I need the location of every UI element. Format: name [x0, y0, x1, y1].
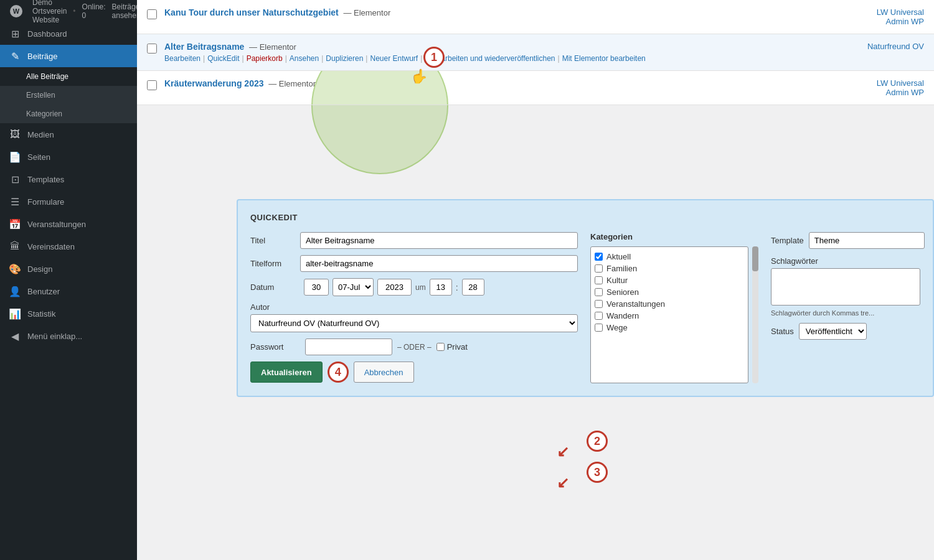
cat-checkbox-kultur[interactable] [595, 276, 603, 284]
step-1-circle: 1 [423, 47, 445, 68]
quickedit-right: Template Schlagwörter Schlagwörter durch… [771, 232, 920, 383]
post-title-kanu[interactable]: Kanu Tour durch unser Naturschutzgebiet [164, 7, 339, 17]
quickedit-panel: QUICKEDIT Titel 2 ↙ [237, 199, 934, 397]
aktualisieren-button[interactable]: Aktualisieren [250, 362, 323, 383]
sidebar-item-dashboard[interactable]: ⊞ Dashboard [0, 22, 137, 45]
author-name: LW UniversalAdmin WP [877, 7, 924, 26]
post-list: Kanu Tour durch unser Naturschutzgebiet … [137, 0, 934, 105]
passwort-row: Passwort – ODER – Privat [250, 338, 578, 355]
cat-checkbox-familien[interactable] [595, 264, 603, 273]
action-duplizieren[interactable]: Duplizieren [326, 54, 363, 63]
post-author-alter: Naturfreund OV [837, 42, 924, 51]
arrow-2: ↙ [557, 443, 569, 460]
datum-hour-input[interactable] [430, 279, 452, 296]
sidebar-item-templates[interactable]: ⊡ Templates [0, 168, 137, 190]
post-checkbox-krae[interactable] [147, 80, 157, 90]
medien-icon: 🖼 [9, 128, 21, 141]
wp-logo-icon[interactable]: W [10, 5, 22, 17]
cat-label-familien: Familien [606, 264, 637, 273]
sidebar-item-veranstaltungen[interactable]: 📅 Veranstaltungen [0, 213, 137, 235]
sidebar-item-kategorien[interactable]: Kategorien [0, 105, 137, 123]
list-item: Wege [595, 322, 744, 334]
post-author-kanu: LW UniversalAdmin WP [837, 7, 924, 26]
sidebar-item-benutzer[interactable]: 👤 Benutzer [0, 280, 137, 302]
action-ansehen[interactable]: Ansehen [290, 54, 319, 63]
category-list: Aktuell Familien Kultur [590, 246, 748, 383]
cat-checkbox-senioren[interactable] [595, 288, 603, 296]
sidebar-item-medien[interactable]: 🖼 Medien [0, 123, 137, 146]
sidebar-label-dashboard: Dashboard [27, 29, 67, 39]
menue-collapse-icon: ◀ [9, 330, 21, 342]
list-item: Familien [595, 263, 744, 274]
post-type-alter: — Elementor [249, 42, 296, 52]
table-row: Kanu Tour durch unser Naturschutzgebiet … [137, 0, 934, 34]
titel-label: Titel [250, 236, 300, 245]
status-select[interactable]: Veröffentlicht Entwurf Ausstehend [799, 323, 867, 340]
titel-field: Titel [250, 232, 578, 249]
kategorien-header: Kategorien [590, 232, 758, 241]
veranstaltungen-icon: 📅 [9, 218, 21, 230]
tags-input[interactable] [771, 268, 920, 306]
autor-select[interactable]: Naturfreund OV (Naturfreund OV) [250, 314, 578, 332]
cat-checkbox-aktuell[interactable] [595, 253, 603, 261]
list-item: Kultur [595, 274, 744, 286]
post-title-krae[interactable]: Kräuterwanderung 2023 [164, 78, 264, 88]
template-input[interactable] [809, 232, 925, 249]
action-papierkorb[interactable]: Papierkorb [247, 54, 283, 63]
sidebar-label-templates: Templates [27, 175, 64, 184]
design-icon: 🎨 [9, 263, 21, 275]
category-scrollbar[interactable] [752, 246, 758, 383]
status-label: Status [771, 327, 794, 336]
action-neuer-entwurf[interactable]: Neuer Entwurf [370, 54, 418, 63]
view-posts-link[interactable]: Beiträge ansehen [112, 2, 141, 20]
abbrechen-button[interactable]: Abbrechen [354, 362, 414, 383]
sidebar-item-vereinsdaten[interactable]: 🏛 Vereinsdaten [0, 235, 137, 258]
sidebar-item-statistik[interactable]: 📊 Statistik [0, 302, 137, 325]
sidebar-label-vereinsdaten: Vereinsdaten [27, 242, 75, 251]
datum-min-input[interactable] [462, 279, 484, 296]
table-row: Alter Beitragsname — Elementor Bearbeite… [137, 34, 934, 71]
step-1-container: 1 [423, 47, 445, 68]
action-quickedit[interactable]: QuickEdit [207, 54, 239, 63]
titel-input[interactable] [300, 232, 578, 249]
datum-year-input[interactable] [377, 279, 412, 296]
sidebar-item-menue[interactable]: ◀ Menü einklap... [0, 325, 137, 347]
template-label: Template [771, 236, 804, 245]
datum-day-input[interactable] [304, 279, 329, 296]
titelform-input[interactable] [300, 255, 578, 272]
post-content: Kanu Tour durch unser Naturschutzgebiet … [164, 7, 829, 17]
post-checkbox-alter[interactable] [147, 44, 157, 54]
passwort-input[interactable] [305, 338, 392, 355]
post-checkbox[interactable] [147, 9, 157, 19]
step-2-circle: 2 [587, 431, 608, 452]
post-content-alter: Alter Beitragsname — Elementor Bearbeite… [164, 42, 829, 63]
cat-label-kultur: Kultur [606, 276, 628, 285]
sidebar-item-beitraege[interactable]: ✎ Beiträge [0, 45, 137, 67]
post-title-alter[interactable]: Alter Beitragsname [164, 42, 244, 52]
sidebar: W Demo Ortsverein Website • Online: 0 Be… [0, 0, 137, 560]
cat-label-veranstaltungen: Veranstaltungen [606, 299, 665, 309]
author-name-krae: LW UniversalAdmin WP [877, 78, 924, 97]
template-row: Template [771, 232, 920, 249]
sidebar-item-alle-beitraege[interactable]: Alle Beiträge [0, 67, 137, 86]
cat-checkbox-wandern[interactable] [595, 312, 603, 320]
sidebar-item-design[interactable]: 🎨 Design [0, 258, 137, 280]
sidebar-item-formulare[interactable]: ☰ Formulare [0, 190, 137, 213]
dashboard-icon: ⊞ [9, 27, 21, 40]
table-row: Kräuterwanderung 2023 — Elementor LW Uni… [137, 71, 934, 105]
cat-checkbox-wege[interactable] [595, 324, 603, 332]
sidebar-item-erstellen[interactable]: Erstellen [0, 86, 137, 105]
action-elementor[interactable]: Mit Elementor bearbeiten [562, 54, 646, 63]
list-item: Senioren [595, 286, 744, 298]
sidebar-label-medien: Medien [27, 130, 54, 139]
tags-label: Schlagwörter [771, 256, 920, 266]
action-bearbeiten[interactable]: Bearbeiten [164, 54, 200, 63]
sidebar-item-seiten[interactable]: 📄 Seiten [0, 146, 137, 168]
sidebar-nav: ⊞ Dashboard ✎ Beiträge Alle Beiträge Ers… [0, 22, 137, 560]
privat-checkbox[interactable] [436, 343, 445, 351]
cat-label-aktuell: Aktuell [606, 252, 631, 261]
arrow-3: ↙ [557, 474, 569, 492]
datum-month-select[interactable]: 07-Jul [333, 278, 374, 296]
formulare-icon: ☰ [9, 195, 21, 208]
cat-checkbox-veranstaltungen[interactable] [595, 300, 603, 308]
